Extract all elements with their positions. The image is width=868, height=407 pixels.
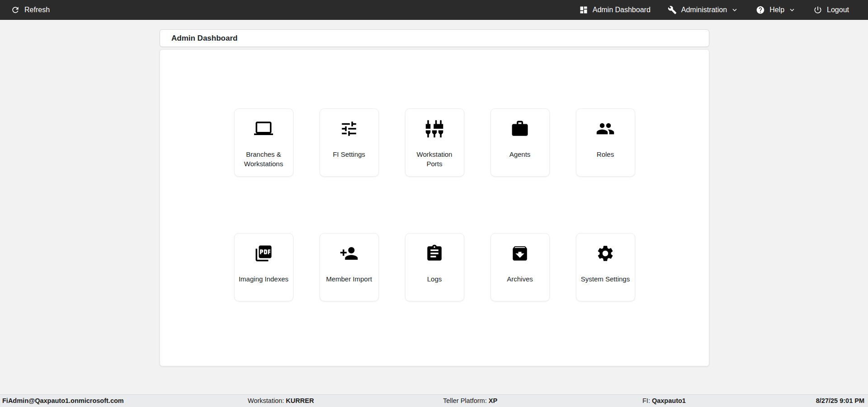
tile-workstation-ports[interactable]: Workstation Ports: [405, 108, 464, 177]
tile-label: System Settings: [581, 274, 630, 284]
status-user: FiAdmin@Qaxpauto1.onmicrosoft.com: [2, 397, 124, 404]
tile-label: Member Import: [326, 274, 372, 284]
refresh-button[interactable]: Refresh: [11, 5, 50, 14]
tune-icon: [340, 119, 359, 138]
nav-item-label: Admin Dashboard: [593, 6, 651, 14]
tile-label: Archives: [507, 274, 533, 284]
status-teller-platform: Teller Platform: XP: [443, 397, 497, 404]
status-workstation: Workstation: KURRER: [248, 397, 314, 404]
status-teller-platform-label: Teller Platform:: [443, 397, 487, 404]
nav-item-label: Administration: [681, 6, 727, 14]
status-teller-platform-value: XP: [489, 397, 497, 404]
tile-archives[interactable]: Archives: [491, 233, 550, 301]
tile-label: Imaging Indexes: [239, 274, 288, 284]
status-fi-value: Qaxpauto1: [652, 397, 686, 404]
dashboard-icon: [579, 5, 588, 14]
tile-row-2: Imaging Indexes Member Import Logs Archi…: [160, 233, 709, 301]
nav-item-logout[interactable]: Logout: [813, 5, 849, 14]
tile-imaging-indexes[interactable]: Imaging Indexes: [234, 233, 293, 301]
tile-label: Roles: [597, 150, 614, 159]
nav-item-administration[interactable]: Administration: [668, 5, 739, 14]
person-add-icon: [340, 244, 359, 263]
tile-member-import[interactable]: Member Import: [320, 233, 379, 301]
status-datetime: 8/27/25 9:01 PM: [816, 397, 864, 404]
tile-branches-workstations[interactable]: Branches & Workstations: [234, 108, 293, 177]
tile-label: Branches & Workstations: [238, 150, 289, 168]
chevron-down-icon: [731, 6, 739, 14]
tile-row-1: Branches & Workstations FI Settings Work…: [160, 108, 709, 177]
tile-label: FI Settings: [333, 150, 365, 159]
pdf-icon: [254, 244, 273, 263]
briefcase-icon: [510, 119, 529, 138]
archive-icon: [510, 244, 529, 263]
nav-item-label: Logout: [827, 6, 849, 14]
laptop-icon: [254, 119, 273, 138]
tile-label: Agents: [509, 150, 531, 159]
dashboard-content-card: Branches & Workstations FI Settings Work…: [160, 49, 709, 366]
status-bar: FiAdmin@Qaxpauto1.onmicrosoft.com Workst…: [0, 394, 868, 407]
refresh-icon: [11, 5, 20, 14]
tile-roles[interactable]: Roles: [576, 108, 635, 177]
status-workstation-label: Workstation:: [248, 397, 284, 404]
refresh-label: Refresh: [24, 6, 50, 14]
wrench-icon: [668, 5, 677, 14]
status-workstation-value: KURRER: [286, 397, 314, 404]
ports-icon: [425, 119, 444, 138]
tile-label: Workstation Ports: [409, 150, 460, 168]
nav-item-admin-dashboard[interactable]: Admin Dashboard: [579, 5, 651, 14]
chevron-down-icon: [788, 6, 796, 14]
tile-fi-settings[interactable]: FI Settings: [320, 108, 379, 177]
people-icon: [596, 119, 615, 138]
nav-item-label: Help: [769, 6, 784, 14]
help-icon: [756, 5, 765, 14]
power-icon: [813, 5, 822, 14]
page-title: Admin Dashboard: [171, 34, 237, 43]
nav-item-help[interactable]: Help: [756, 5, 796, 14]
top-navbar: Refresh Admin Dashboard Administration H…: [0, 0, 868, 20]
status-fi-label: FI:: [642, 397, 650, 404]
navbar-right-group: Admin Dashboard Administration Help Logo…: [579, 5, 849, 14]
clipboard-icon: [425, 244, 444, 263]
status-fi: FI: Qaxpauto1: [642, 397, 686, 404]
tile-system-settings[interactable]: System Settings: [576, 233, 635, 301]
tile-logs[interactable]: Logs: [405, 233, 464, 301]
tile-label: Logs: [427, 274, 442, 284]
gear-icon: [596, 244, 615, 263]
page-title-card: Admin Dashboard: [160, 29, 709, 47]
tile-agents[interactable]: Agents: [491, 108, 550, 177]
